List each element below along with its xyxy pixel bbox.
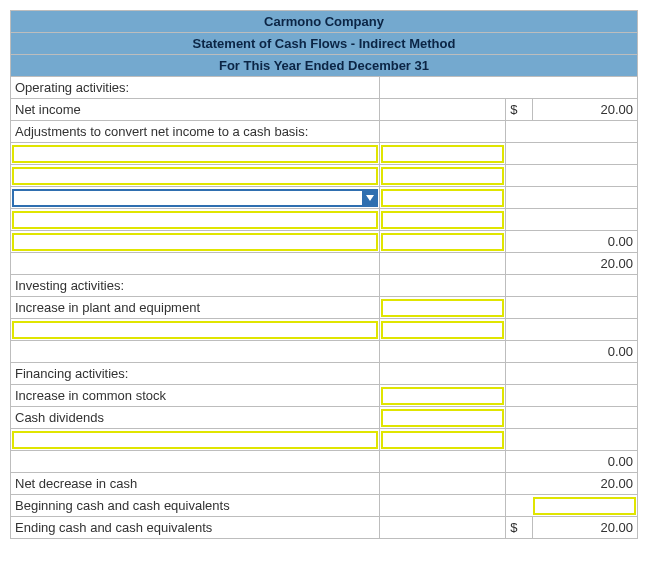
row-end-cash: Ending cash and cash equivalents $ 20.00: [11, 517, 638, 539]
row-adj-input-2: [11, 165, 638, 187]
header-period: For This Year Ended December 31: [11, 55, 638, 77]
adj-label-input-1[interactable]: [12, 145, 378, 163]
inc-common-input[interactable]: [381, 387, 505, 405]
row-adj-input-1: [11, 143, 638, 165]
value-net-decrease: 20.00: [532, 473, 637, 495]
label-investing: Investing activities:: [11, 275, 380, 297]
cash-flow-statement-table: Carmono Company Statement of Cash Flows …: [10, 10, 638, 539]
adj-value-input-4[interactable]: [381, 211, 505, 229]
label-net-income: Net income: [11, 99, 380, 121]
adj-value-input-2[interactable]: [381, 167, 505, 185]
row-financing-activities: Financing activities:: [11, 363, 638, 385]
row-net-decrease: Net decrease in cash 20.00: [11, 473, 638, 495]
row-fin-input: [11, 429, 638, 451]
header-company: Carmono Company: [11, 11, 638, 33]
dropdown-handle[interactable]: [362, 189, 378, 207]
label-inc-common: Increase in common stock: [11, 385, 380, 407]
adj-label-input-5[interactable]: [12, 233, 378, 251]
row-net-income: Net income $ 20.00: [11, 99, 638, 121]
value-net-income: 20.00: [532, 99, 637, 121]
label-adjustments: Adjustments to convert net income to a c…: [11, 121, 380, 143]
label-financing: Financing activities:: [11, 363, 380, 385]
adj-label-input-4[interactable]: [12, 211, 378, 229]
value-op-total: 20.00: [532, 253, 637, 275]
row-adj-input-4: [11, 209, 638, 231]
label-operating: Operating activities:: [11, 77, 380, 99]
currency-symbol: $: [506, 99, 532, 121]
row-operating-activities: Operating activities:: [11, 77, 638, 99]
adj-value-input-3[interactable]: [381, 189, 505, 207]
row-adj-input-3-active: [11, 187, 638, 209]
beg-cash-input[interactable]: [533, 497, 636, 515]
header-company-row: Carmono Company: [11, 11, 638, 33]
header-period-row: For This Year Ended December 31: [11, 55, 638, 77]
inv-label-input[interactable]: [12, 321, 378, 339]
inc-plant-input[interactable]: [381, 299, 505, 317]
row-inv-total: 0.00: [11, 341, 638, 363]
label-end-cash: Ending cash and cash equivalents: [11, 517, 380, 539]
row-beg-cash: Beginning cash and cash equivalents: [11, 495, 638, 517]
label-inc-plant: Increase in plant and equipment: [11, 297, 380, 319]
label-net-decrease: Net decrease in cash: [11, 473, 380, 495]
header-statement-row: Statement of Cash Flows - Indirect Metho…: [11, 33, 638, 55]
chevron-down-icon: [366, 194, 374, 202]
row-cash-div: Cash dividends: [11, 407, 638, 429]
row-inc-plant: Increase in plant and equipment: [11, 297, 638, 319]
fin-value-input[interactable]: [381, 431, 505, 449]
value-inv-total: 0.00: [532, 341, 637, 363]
row-adj-input-5: 0.00: [11, 231, 638, 253]
adj-label-input-2[interactable]: [12, 167, 378, 185]
adj-value-input-5[interactable]: [381, 233, 505, 251]
adj-value-input-1[interactable]: [381, 145, 505, 163]
label-cash-div: Cash dividends: [11, 407, 380, 429]
row-inv-input: [11, 319, 638, 341]
svg-marker-0: [366, 195, 374, 201]
value-ending: 20.00: [532, 517, 637, 539]
header-statement: Statement of Cash Flows - Indirect Metho…: [11, 33, 638, 55]
row-fin-total: 0.00: [11, 451, 638, 473]
inv-value-input[interactable]: [381, 321, 505, 339]
value-op-subtotal: 0.00: [532, 231, 637, 253]
label-beg-cash: Beginning cash and cash equivalents: [11, 495, 380, 517]
row-inc-common: Increase in common stock: [11, 385, 638, 407]
value-fin-total: 0.00: [532, 451, 637, 473]
row-op-total: 20.00: [11, 253, 638, 275]
row-investing-activities: Investing activities:: [11, 275, 638, 297]
currency-symbol-ending: $: [506, 517, 532, 539]
cash-div-input[interactable]: [381, 409, 505, 427]
adj-label-input-3[interactable]: [12, 189, 378, 207]
row-adjustments: Adjustments to convert net income to a c…: [11, 121, 638, 143]
fin-label-input[interactable]: [12, 431, 378, 449]
